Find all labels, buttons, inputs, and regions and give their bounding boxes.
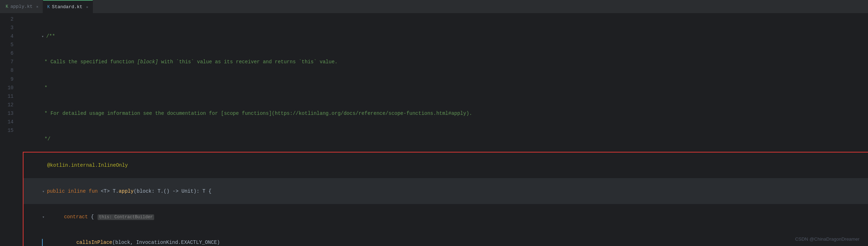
- line-num-5: 5: [0, 41, 14, 49]
- tab-standard-close[interactable]: ✕: [86, 5, 88, 9]
- line-num-12: 12: [0, 101, 14, 109]
- line-num-14: 14: [0, 118, 14, 126]
- editor: 2 3 4 5 6 7 8 9 10 11 12 13 14 15 ▾ /** …: [0, 14, 868, 246]
- code-line-4: * Calls the specified function [block] w…: [23, 49, 868, 75]
- line-num-2: 2: [0, 15, 14, 23]
- annotation-inlineonly: @kotlin.internal.InlineOnly: [47, 162, 128, 168]
- tab-apply-label: apply.kt: [10, 4, 32, 9]
- param-hint-this: this: ContractBuilder: [98, 214, 154, 220]
- code-line-9: ▾ public inline fun <T> T.apply(block: T…: [23, 178, 868, 204]
- fold-icon-3[interactable]: ▾: [41, 34, 46, 39]
- code-line-6: * For detailed usage information see the…: [23, 101, 868, 126]
- tab-apply[interactable]: K apply.kt ✕: [1, 0, 43, 14]
- line-num-11: 11: [0, 92, 14, 101]
- line-num-4: 4: [0, 32, 14, 41]
- line-num-3: 3: [0, 23, 14, 32]
- code-line-10: ▾ contract { this: ContractBuilder: [23, 204, 868, 230]
- code-area[interactable]: ▾ /** * Calls the specified function [bl…: [18, 14, 868, 246]
- tab-standard-icon: K: [47, 5, 50, 10]
- line-num-7: 7: [0, 58, 14, 66]
- tab-standard-label: Standard.kt: [52, 4, 83, 10]
- fold-icon-10[interactable]: ▾: [42, 215, 47, 219]
- watermark: CSDN @ChinaDragonDreamer: [795, 236, 859, 242]
- line-num-9: 9: [0, 75, 14, 84]
- code-line-5: *: [23, 75, 868, 101]
- tab-bar: K apply.kt ✕ K Standard.kt ✕: [0, 0, 868, 14]
- code-line-3: ▾ /**: [23, 23, 868, 49]
- code-line-7: */: [23, 126, 868, 152]
- line-num-13: 13: [0, 109, 14, 118]
- line-num-15: 15: [0, 126, 14, 135]
- line-num-8: 8: [0, 66, 14, 75]
- tab-apply-icon: K: [6, 4, 8, 9]
- tab-standard[interactable]: K Standard.kt ✕: [43, 0, 93, 14]
- fold-icon-9[interactable]: ▾: [42, 189, 47, 194]
- code-line-8: @kotlin.internal.InlineOnly: [23, 152, 868, 178]
- code-line-2: [23, 15, 868, 23]
- tab-apply-close[interactable]: ✕: [36, 5, 38, 9]
- line-num-6: 6: [0, 49, 14, 58]
- line-num-10: 10: [0, 84, 14, 92]
- line-numbers: 2 3 4 5 6 7 8 9 10 11 12 13 14 15: [0, 14, 18, 246]
- code-line-11: callsInPlace(block, InvocationKind.EXACT…: [23, 230, 868, 246]
